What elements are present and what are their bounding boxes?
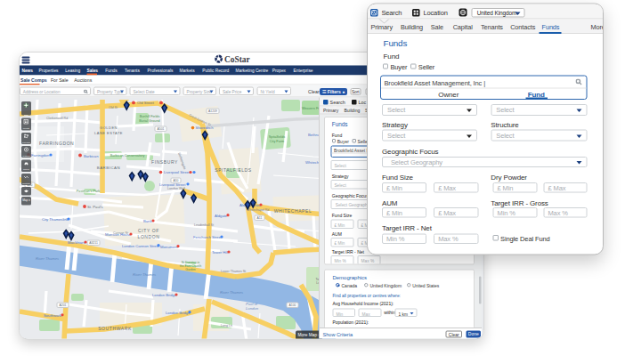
svg-text:A501: A501 [157, 127, 164, 131]
svg-text:WHITECHAPEL: WHITECHAPEL [273, 208, 312, 214]
svg-text:London Cannon Street: London Cannon Street [122, 244, 160, 248]
svg-text:Blackfriars: Blackfriars [68, 240, 85, 245]
svg-text:Old Street: Old Street [137, 101, 155, 105]
svg-text:Bank: Bank [143, 219, 152, 223]
svg-text:Long Ln: Long Ln [221, 324, 232, 328]
svg-text:A1209: A1209 [208, 109, 217, 113]
svg-text:A11: A11 [256, 216, 262, 220]
svg-text:A3211: A3211 [89, 241, 98, 245]
svg-text:A100: A100 [288, 303, 296, 307]
svg-text:GOLDEN: GOLDEN [100, 125, 118, 130]
svg-text:Monument: Monument [160, 245, 179, 249]
svg-text:Shoreditch: Shoreditch [195, 125, 214, 130]
svg-text:Burial Ground: Burial Ground [139, 119, 159, 123]
svg-text:FINSBURY: FINSBURY [151, 159, 178, 165]
svg-text:Garden: Garden [185, 268, 195, 271]
svg-text:River Thames: River Thames [36, 256, 60, 261]
svg-text:Farringdon: Farringdon [31, 153, 50, 158]
svg-text:Liverpool Street: Liverpool Street [164, 170, 191, 174]
svg-text:St. Paul's: St. Paul's [87, 205, 103, 209]
svg-text:BARBICAN: BARBICAN [97, 166, 120, 170]
svg-text:Whitechapel Rd: Whitechapel Rd [247, 208, 269, 212]
svg-text:London Bridge: London Bridge [152, 293, 177, 297]
svg-text:Southwark: Southwark [44, 313, 62, 318]
svg-text:Fenchurch Street: Fenchurch Street [193, 235, 223, 239]
svg-text:Clerkenwell Rd: Clerkenwell Rd [46, 117, 68, 120]
svg-text:CoStar: CoStar [224, 55, 250, 64]
svg-text:City Farm: City Farm [270, 140, 284, 143]
svg-text:Spitalfields: Spitalfields [269, 135, 285, 139]
svg-text:A201: A201 [59, 303, 66, 307]
svg-text:SPITALFIELDS: SPITALFIELDS [215, 167, 252, 173]
svg-text:FARRINGDON: FARRINGDON [39, 141, 74, 146]
svg-text:Mansion House: Mansion House [105, 232, 132, 237]
svg-text:Bunhill Fields: Bunhill Fields [140, 115, 160, 118]
svg-text:London: London [246, 305, 259, 310]
svg-text:Liverpool Street: Liverpool Street [159, 182, 186, 187]
svg-text:Lower Thames St: Lower Thames St [221, 270, 246, 273]
svg-text:River Thames: River Thames [133, 272, 157, 277]
svg-text:Leadenhall St: Leadenhall St [194, 223, 214, 227]
svg-text:CITY OF: CITY OF [138, 228, 159, 233]
svg-text:Postman's Park: Postman's Park [77, 190, 101, 193]
svg-text:London Bridge: London Bridge [166, 311, 191, 315]
svg-text:LONDON: LONDON [137, 234, 159, 239]
svg-text:Old St: Old St [109, 106, 118, 109]
svg-text:LANE ESTATE: LANE ESTATE [94, 131, 123, 135]
svg-text:Tower Hill: Tower Hill [212, 250, 228, 255]
svg-text:River Thames: River Thames [220, 290, 244, 295]
svg-text:Barbican: Barbican [84, 153, 99, 158]
svg-text:Barbican Conservatory: Barbican Conservatory [110, 154, 144, 158]
svg-text:City Thameslink: City Thameslink [42, 217, 69, 222]
svg-text:SOUTHWARK: SOUTHWARK [98, 326, 132, 331]
svg-text:Aldgate: Aldgate [215, 214, 228, 218]
